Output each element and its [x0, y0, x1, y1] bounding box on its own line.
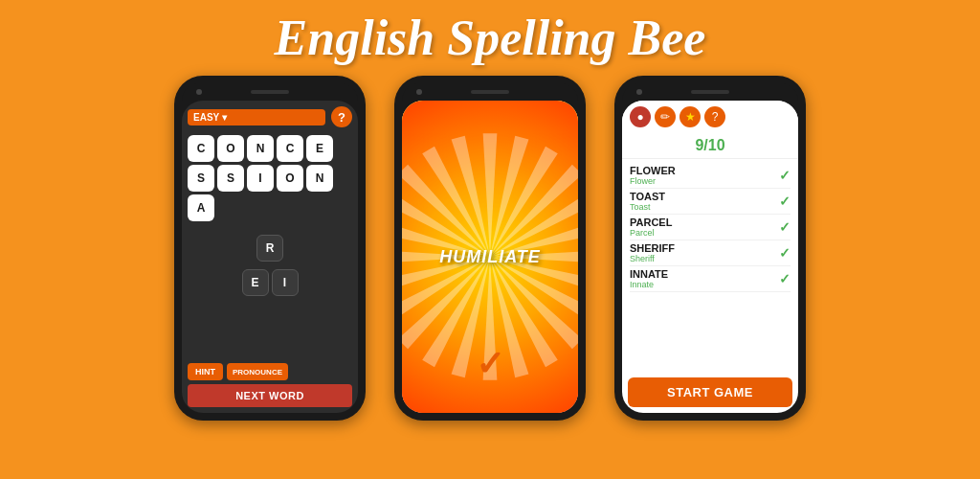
- word-parcel-label: PARCEL: [630, 217, 672, 228]
- letter-S2[interactable]: S: [217, 165, 244, 192]
- phone-3: ● ✏ ★ ? 9/10 FLOWER Flower ✓: [614, 76, 806, 421]
- phone3-camera: [636, 89, 642, 95]
- letter-O2[interactable]: O: [277, 165, 303, 192]
- phone1-content: EASY ▾ ? C O N C E S: [182, 101, 358, 413]
- word-item-parcel: PARCEL Parcel ✓: [630, 215, 791, 240]
- check-parcel: ✓: [779, 219, 791, 235]
- word-flower-label: FLOWER: [630, 165, 676, 176]
- hint-button[interactable]: HINT: [188, 363, 223, 380]
- letter-A[interactable]: A: [188, 194, 214, 221]
- word-display: HUMILIATE: [439, 247, 541, 267]
- word-list: FLOWER Flower ✓ TOAST Toast ✓: [622, 159, 798, 374]
- letter-E[interactable]: E: [306, 135, 333, 162]
- difficulty-select[interactable]: EASY ▾: [188, 109, 325, 125]
- edit-icon[interactable]: ✏: [655, 106, 676, 127]
- word-item-toast-row: TOAST Toast ✓: [630, 191, 791, 212]
- word-parcel-answer: Parcel: [630, 228, 672, 238]
- phone1-speaker: [251, 90, 289, 94]
- check-toast: ✓: [779, 194, 791, 209]
- phone1-header: EASY ▾ ?: [188, 106, 352, 127]
- phone2-inner: HUMILIATE ✓: [402, 101, 578, 413]
- phone2-camera: [416, 89, 422, 95]
- phone1-camera: [196, 89, 202, 95]
- chevron-down-icon: ▾: [222, 112, 227, 123]
- letter-row-3: A: [188, 194, 352, 221]
- letter-C2[interactable]: C: [277, 135, 303, 162]
- check-sheriff: ✓: [779, 245, 791, 261]
- word-innate-answer: Innate: [630, 280, 668, 289]
- letter-row-2: S S I O N: [188, 165, 352, 192]
- back-icon[interactable]: ●: [630, 106, 651, 127]
- phone-1: EASY ▾ ? C O N C E S: [174, 76, 366, 421]
- word-toast-answer: Toast: [630, 202, 665, 212]
- phone2-speaker: [471, 90, 509, 94]
- phone-2: HUMILIATE ✓: [394, 76, 586, 421]
- phone1-inner: EASY ▾ ? C O N C E S: [182, 101, 358, 413]
- letter-row-1: C O N C E: [188, 135, 352, 162]
- word-flower-answer: Flower: [630, 176, 676, 186]
- letter-N[interactable]: N: [247, 135, 274, 162]
- word-innate-label: INNATE: [630, 268, 668, 280]
- word-item-parcel-row: PARCEL Parcel ✓: [630, 217, 791, 238]
- star-icon[interactable]: ★: [679, 106, 701, 127]
- floating-E[interactable]: E: [242, 269, 269, 296]
- pronounce-button[interactable]: PRONOUNCE: [227, 363, 288, 380]
- phone2-content: HUMILIATE ✓: [402, 101, 578, 413]
- phone3-content: ● ✏ ★ ? 9/10 FLOWER Flower ✓: [622, 101, 798, 413]
- word-item-flower-row: FLOWER Flower ✓: [630, 165, 791, 186]
- question-icon[interactable]: ?: [704, 106, 725, 127]
- word-item-toast: TOAST Toast ✓: [630, 189, 791, 215]
- letter-grid: C O N C E S S I O N: [188, 135, 352, 221]
- floating-R[interactable]: R: [256, 235, 283, 262]
- check-innate: ✓: [779, 271, 791, 286]
- difficulty-label: EASY: [193, 112, 219, 123]
- word-item-sheriff-row: SHERIFF Sheriff ✓: [630, 242, 791, 263]
- check-flower: ✓: [779, 168, 791, 183]
- next-word-button[interactable]: NEXT WORD: [188, 384, 352, 407]
- checkmark-icon: ✓: [476, 344, 504, 384]
- phone3-top-bar: [622, 83, 798, 101]
- phone1-top-bar: [182, 83, 358, 101]
- word-item-flower: FLOWER Flower ✓: [630, 163, 791, 189]
- phone3-inner: ● ✏ ★ ? 9/10 FLOWER Flower ✓: [622, 101, 798, 413]
- letter-C[interactable]: C: [188, 135, 214, 162]
- floating-I[interactable]: I: [272, 269, 299, 296]
- letter-N2[interactable]: N: [306, 165, 333, 192]
- letter-O[interactable]: O: [217, 135, 244, 162]
- word-item-sheriff: SHERIFF Sheriff ✓: [630, 240, 791, 266]
- letter-I[interactable]: I: [247, 165, 274, 192]
- score-display: 9/10: [622, 133, 798, 159]
- start-game-button[interactable]: START GAME: [628, 377, 792, 407]
- letter-S1[interactable]: S: [188, 165, 214, 192]
- word-sheriff-answer: Sheriff: [630, 254, 675, 263]
- word-sheriff-label: SHERIFF: [630, 242, 675, 254]
- phone1-action-buttons: HINT PRONOUNCE: [188, 363, 352, 380]
- help-button[interactable]: ?: [331, 106, 352, 127]
- page-title: English Spelling Bee: [275, 10, 706, 66]
- phone3-speaker: [691, 90, 729, 94]
- word-item-innate: INNATE Innate ✓: [630, 266, 791, 292]
- word-toast-label: TOAST: [630, 191, 665, 202]
- phone3-header: ● ✏ ★ ?: [622, 101, 798, 133]
- phones-container: EASY ▾ ? C O N C E S: [174, 76, 806, 421]
- phone2-top-bar: [402, 83, 578, 101]
- word-item-innate-row: INNATE Innate ✓: [630, 268, 791, 289]
